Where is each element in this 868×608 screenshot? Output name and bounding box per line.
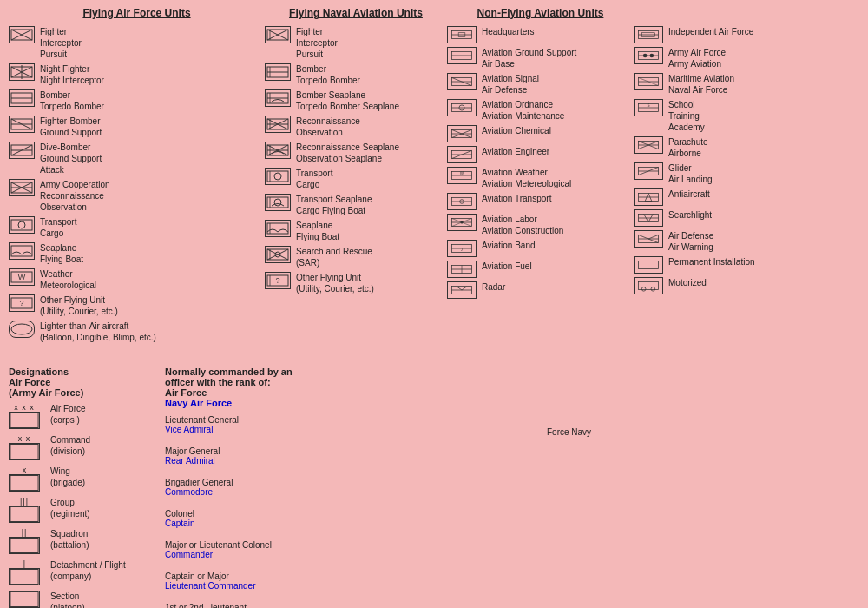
av-fuel-icon <box>447 261 477 278</box>
svg-rect-138 <box>10 507 38 522</box>
rank-item-lt: 1st or 2nd Lieutenant Lieutenant / Lieut… <box>165 603 538 608</box>
list-item: Bomber SeaplaneTorpedo Bomber Seaplane <box>265 89 447 112</box>
svg-rect-141 <box>10 592 38 607</box>
list-item: Army CooperationReconnaissanceObservatio… <box>9 179 265 213</box>
av-ord-icon <box>447 99 477 116</box>
list-item: Dive-BomberGround SupportAttack <box>9 142 265 175</box>
main-content: Flying Air Force Units FighterIntercepto… <box>0 0 868 608</box>
rank-army-maj-gen: Major General <box>165 446 538 456</box>
nav-bomber-seaplane-label: Bomber SeaplaneTorpedo Bomber Seaplane <box>296 89 399 112</box>
list-item: Aviation LaborAviation Construction <box>447 214 634 236</box>
force-navy-text: Force Navy <box>547 427 799 437</box>
col2-title: Flying Naval Aviation Units <box>265 7 447 19</box>
list-item: FighterInterceptorPursuit <box>9 26 265 60</box>
rank-army-lt-gen: Lieutenant General <box>165 415 538 425</box>
lta-label: Lighter-than-Air aircraft(Balloon, Dirig… <box>40 321 156 343</box>
list-item: Antiaircraft <box>634 188 842 206</box>
list-item: SeaplaneFlying Boat <box>265 220 447 242</box>
av-chem-icon <box>447 125 477 142</box>
svg-point-105 <box>643 54 648 58</box>
designations-section: Designations Air Force (Army Air Force) … <box>9 361 859 608</box>
desig-header: Designations Air Force (Army Air Force) <box>9 367 148 398</box>
nav-sar-label: Search and Rescue(SAR) <box>296 246 372 268</box>
svg-point-133 <box>641 287 646 292</box>
x-symbol: x <box>23 466 27 474</box>
list-item: Aviation Ground SupportAir Base <box>447 47 634 69</box>
rank-navy-rear-adm: Rear Admiral <box>165 456 538 466</box>
list-item: Lighter-than-Air aircraft(Balloon, Dirig… <box>9 321 265 343</box>
army-coop-label: Army CooperationReconnaissanceObservatio… <box>40 179 110 213</box>
wing-desig-icon <box>9 474 40 492</box>
rank-navy-capt: Captain <box>165 519 538 528</box>
weather-icon: W <box>9 268 35 286</box>
i-symbol: | <box>23 559 25 568</box>
av-gs-label: Aviation Ground SupportAir Base <box>482 47 576 69</box>
night-fighter-icon <box>9 63 35 81</box>
list-item: ♪ Aviation Band <box>447 240 634 257</box>
list-item: FighterInterceptorPursuit <box>265 26 447 60</box>
av-eng-label: Aviation Engineer <box>482 146 549 157</box>
list-item: ParachuteAirborne <box>634 136 842 159</box>
ii-symbol: || <box>22 528 28 537</box>
rank-army-capt: Captain or Major <box>165 572 538 581</box>
list-item: GliderAir Landing <box>634 162 842 185</box>
nav-sar-icon <box>265 246 291 263</box>
list-item: Aviation Engineer <box>447 146 634 163</box>
xx-symbol: x x <box>18 434 31 443</box>
av-trans-label: Aviation Transport <box>482 193 551 204</box>
rank-title-af: Air Force <box>165 387 207 398</box>
desig-spacer: Normally commanded by an officer with th… <box>148 367 538 608</box>
av-trans-icon <box>447 193 477 210</box>
svg-rect-139 <box>10 539 38 553</box>
seaplane-icon <box>9 242 35 260</box>
nav-recon-sea-icon <box>265 142 291 159</box>
parachute-label: ParachuteAirborne <box>668 136 708 159</box>
maritime-av-label: Maritime AviationNaval Air Force <box>668 73 734 96</box>
fighter-bomber-icon <box>9 116 35 133</box>
detachment-desig-icon <box>9 568 40 585</box>
desig-item-detachment: | Detachment / Flight(company) <box>9 559 148 585</box>
group-desig-label: Group(regiment) <box>50 497 90 519</box>
col1-title: Flying Air Force Units <box>9 7 265 19</box>
svg-text:?: ? <box>275 276 279 285</box>
list-item: Motorized <box>634 277 842 294</box>
svg-rect-140 <box>10 570 38 585</box>
radar-icon <box>447 281 477 299</box>
antiaircraft-icon <box>634 188 663 206</box>
rank-item-col: Colonel Captain <box>165 509 538 528</box>
desig-item-group: ||| Group(regiment) <box>9 497 148 523</box>
indep-af-icon <box>634 26 663 43</box>
nav-transport-sea-label: Transport SeaplaneCargo Flying Boat <box>296 194 372 216</box>
indep-af-label: Independent Air Force <box>668 26 753 37</box>
av-wx-icon: W <box>447 167 477 184</box>
av-sig-label: Aviation SignalAir Defense <box>482 73 539 96</box>
av-labor-icon <box>447 214 477 231</box>
col-flying-af: Flying Air Force Units FighterIntercepto… <box>9 7 265 347</box>
rank-title-nav: Navy Air Force <box>165 398 232 408</box>
bomber-label: BomberTorpedo Bomber <box>40 89 104 112</box>
parachute-icon <box>634 136 663 154</box>
nav-transport-sea-icon <box>265 194 291 211</box>
hq-label: Headquarters <box>482 26 535 37</box>
force-navy-label: Force Navy <box>547 427 591 437</box>
units-grid: Flying Air Force Units FighterIntercepto… <box>9 7 859 354</box>
av-chem-label: Aviation Chemical <box>482 125 551 136</box>
wing-desig-label: Wing(brigade) <box>50 466 85 488</box>
list-item: Aviation Chemical <box>447 125 634 142</box>
rank-item-maj-gen: Major General Rear Admiral <box>165 446 538 466</box>
list-item: SeaplaneFlying Boat <box>9 242 265 265</box>
list-item: TransportCargo <box>265 168 447 190</box>
list-item: Search and Rescue(SAR) <box>265 246 447 268</box>
force-navy-col: Force Navy <box>538 367 799 608</box>
squadron-desig-label: Squadron(battalion) <box>50 528 89 551</box>
nav-recon-icon <box>265 116 291 133</box>
nav-bomber-seaplane-icon <box>265 89 291 107</box>
list-item: Fighter-BomberGround Support <box>9 116 265 138</box>
bomber-icon <box>9 89 35 107</box>
detachment-desig-label: Detachment / Flight(company) <box>50 559 126 582</box>
svg-point-26 <box>11 324 32 334</box>
desig-title: Designations <box>9 367 69 377</box>
list-item: Maritime AviationNaval Air Force <box>634 73 842 96</box>
army-af-label: Army Air ForceArmy Aviation <box>668 47 726 69</box>
nav-bomber-icon <box>265 63 291 81</box>
